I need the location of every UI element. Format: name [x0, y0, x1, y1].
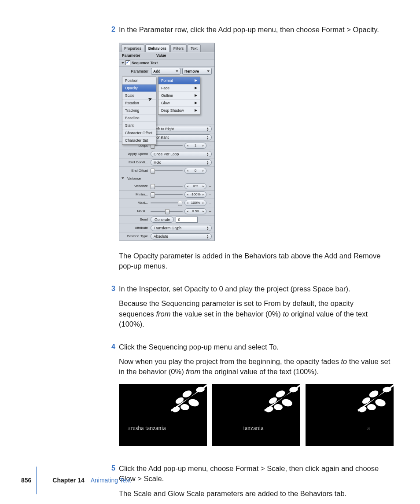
step5-result: The Scale and Glow Scale parameters are …: [119, 489, 387, 499]
param-menu[interactable]: Position Opacity Scale Rotation Tracking…: [122, 77, 156, 145]
thumb-1: arusha tanzania: [119, 384, 207, 446]
mi-position[interactable]: Position: [122, 77, 156, 85]
checkbox-icon[interactable]: [125, 60, 130, 65]
mi-charoffset[interactable]: Character Offset: [122, 129, 156, 137]
parameter-popup-row: Parameter Add Remove Position Opacity Sc…: [119, 67, 214, 76]
positiontype-row[interactable]: Position TypeAbsolute▴▾: [119, 232, 214, 241]
mi-baseline[interactable]: Baseline: [122, 114, 156, 122]
mi-slant[interactable]: Slant: [122, 122, 156, 129]
chapter-label: Chapter 14: [52, 477, 84, 484]
svg-point-6: [275, 389, 286, 399]
svg-point-13: [361, 396, 371, 405]
disclosure-icon: [122, 62, 124, 64]
tab-properties[interactable]: Properties: [121, 44, 144, 52]
svg-point-17: [367, 404, 376, 411]
tab-text[interactable]: Text: [188, 44, 201, 52]
tab-filters[interactable]: Filters: [170, 44, 187, 52]
minimum-row[interactable]: Minim...◂-100%▸–: [119, 191, 214, 199]
chapter-title: Animating Text: [91, 477, 131, 484]
noisiness-row[interactable]: Noisi...◂0.50▸–: [119, 207, 214, 216]
tab-behaviors[interactable]: Behaviors: [145, 44, 169, 52]
svg-point-9: [265, 405, 274, 413]
maximum-row[interactable]: Maxi...◂100%▸–: [119, 199, 214, 207]
mi-charset[interactable]: Character Set: [122, 137, 156, 144]
step3-num: 3: [106, 284, 115, 334]
applyspeed-row[interactable]: Apply SpeedOnce Per Loop▴▾: [119, 150, 214, 158]
page-footer: 856 Chapter 14 Animating Text: [21, 477, 131, 484]
svg-point-15: [358, 405, 367, 413]
endoffset-row[interactable]: End Offset ◂0▸ –: [119, 167, 214, 175]
step4-num: 4: [106, 342, 115, 456]
variance-row[interactable]: Variance◂0%▸–: [119, 182, 214, 191]
svg-point-3: [171, 405, 181, 413]
sm-glow[interactable]: Glow▶: [158, 99, 200, 107]
svg-point-12: [368, 389, 379, 399]
step2-text: In the Parameter row, click the Add pop-…: [119, 25, 387, 35]
svg-point-7: [268, 396, 278, 405]
step-4: 4 Click the Sequencing pop-up menu and s…: [106, 342, 387, 456]
add-popup[interactable]: Add: [151, 68, 181, 75]
step-5: 5 Click the Add pop-up menu, choose Form…: [106, 464, 387, 503]
column-header: ParameterValue: [119, 52, 214, 59]
svg-point-5: [180, 404, 189, 411]
seed-row[interactable]: SeedGenerate0: [119, 216, 214, 224]
step4-explain: Now when you play the project from the b…: [119, 357, 394, 377]
attribute-row[interactable]: AttributeTransform Glyph▴▾: [119, 224, 214, 232]
sequence-text-row[interactable]: Sequence Text: [119, 59, 214, 67]
step2-num: 2: [106, 25, 115, 276]
inspector-screenshot: Properties Behaviors Filters Text Parame…: [119, 43, 387, 241]
panel-tabs: Properties Behaviors Filters Text: [119, 43, 214, 52]
step-2: 2 In the Parameter row, click the Add po…: [106, 25, 387, 276]
svg-point-2: [188, 398, 199, 408]
thumb-3: a: [306, 384, 394, 446]
sm-face[interactable]: Face▶: [158, 85, 200, 92]
result-thumbnails: arusha tanzania tanzania a: [119, 384, 394, 446]
step4-text: Click the Sequencing pop-up menu and sel…: [119, 342, 394, 352]
mi-tracking[interactable]: Tracking: [122, 107, 156, 114]
sm-dropshadow[interactable]: Drop Shadow▶: [158, 107, 200, 114]
step3-text: In the Inspector, set Opacity to 0 and p…: [119, 284, 387, 294]
endcond-row[interactable]: End Condi...Hold▴▾: [119, 158, 214, 167]
doc-content: 2 In the Parameter row, click the Add po…: [106, 25, 387, 503]
svg-point-0: [181, 389, 193, 399]
variance-header[interactable]: Variance: [119, 175, 214, 182]
generate-button[interactable]: Generate: [151, 217, 174, 223]
sm-format[interactable]: Format▶: [158, 77, 200, 85]
svg-point-8: [281, 398, 293, 408]
page-number: 856: [21, 477, 31, 484]
svg-point-1: [174, 396, 184, 405]
sm-outline[interactable]: Outline▶: [158, 92, 200, 99]
step2-result: The Opacity parameter is added in the Be…: [119, 251, 387, 272]
step3-explain: Because the Sequencing parameter is set …: [119, 298, 387, 329]
step-3: 3 In the Inspector, set Opacity to 0 and…: [106, 284, 387, 334]
mi-opacity[interactable]: Opacity: [122, 85, 156, 92]
svg-point-11: [273, 404, 283, 411]
remove-popup[interactable]: Remove: [182, 68, 212, 75]
submenu[interactable]: Format▶ Face▶ Outline▶ Glow▶ Drop Shadow…: [158, 77, 200, 115]
step5-text: Click the Add pop-up menu, choose Format…: [119, 464, 387, 484]
svg-point-14: [374, 398, 386, 408]
thumb-2: tanzania: [212, 384, 300, 446]
